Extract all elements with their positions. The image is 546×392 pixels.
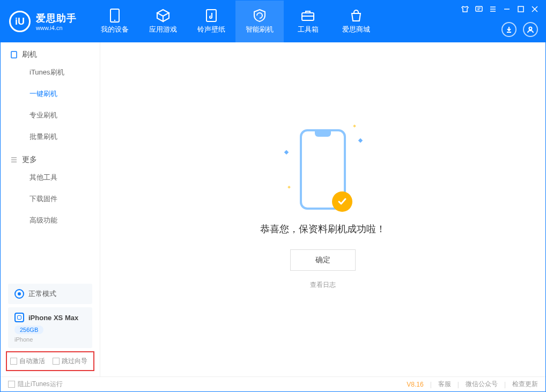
sparkle-icon <box>358 138 363 143</box>
version-label: V8.16 <box>407 381 423 388</box>
sidebar-item-batch-flash[interactable]: 批量刷机 <box>1 126 100 147</box>
window-controls <box>461 5 539 13</box>
tab-label: 智能刷机 <box>246 25 274 34</box>
maximize-button[interactable] <box>517 5 525 13</box>
bag-icon <box>349 9 363 23</box>
header: iU 爱思助手 www.i4.cn 我的设备 应用游戏 铃声壁纸 智能刷机 工具… <box>1 1 545 42</box>
nav-tabs: 我的设备 应用游戏 铃声壁纸 智能刷机 工具箱 爱思商城 <box>91 1 380 42</box>
checkbox-icon <box>10 358 17 365</box>
svg-rect-5 <box>476 6 482 11</box>
mode-label: 正常模式 <box>28 289 56 299</box>
main-content: 恭喜您，保资料刷机成功啦！ 确定 查看日志 <box>100 42 545 376</box>
sparkle-icon <box>284 150 289 154</box>
tab-my-device[interactable]: 我的设备 <box>91 1 139 42</box>
tab-store[interactable]: 爱思商城 <box>332 1 380 42</box>
footer-right: V8.16 | 客服 | 微信公众号 | 检查更新 <box>407 380 538 389</box>
phone-illustration <box>300 129 346 210</box>
svg-point-16 <box>529 27 532 30</box>
auto-activate-checkbox[interactable]: 自动激活 <box>10 357 45 366</box>
sidebar-item-other-tools[interactable]: 其他工具 <box>1 167 100 188</box>
checkbox-icon <box>53 358 60 365</box>
list-mini-icon <box>10 156 18 164</box>
success-message: 恭喜您，保资料刷机成功啦！ <box>260 223 386 235</box>
sidebar-item-download-firmware[interactable]: 下载固件 <box>1 188 100 210</box>
brand-url: www.i4.cn <box>36 25 77 31</box>
device-box[interactable]: iPhone XS Max 256GB iPhone <box>8 307 92 348</box>
svg-rect-12 <box>518 6 523 12</box>
device-small-icon <box>14 313 24 322</box>
sidebar-section-more: 更多 <box>1 147 100 167</box>
toolbox-icon <box>301 9 315 23</box>
phone-mini-icon <box>10 51 18 58</box>
svg-point-1 <box>114 20 115 21</box>
note-icon <box>204 9 218 23</box>
shield-icon <box>253 9 267 23</box>
tab-apps-games[interactable]: 应用游戏 <box>139 1 187 42</box>
tab-smart-flash[interactable]: 智能刷机 <box>235 1 284 42</box>
brand-name: 爱思助手 <box>36 12 77 25</box>
sparkle-icon <box>353 124 356 128</box>
sidebar-item-oneclick-flash[interactable]: 一键刷机 <box>1 83 100 105</box>
logo-text: 爱思助手 www.i4.cn <box>36 12 77 31</box>
menu-icon[interactable] <box>489 5 497 13</box>
tab-label: 应用游戏 <box>149 25 177 34</box>
tab-label: 铃声壁纸 <box>197 25 225 34</box>
sidebar-item-advanced[interactable]: 高级功能 <box>1 210 100 231</box>
section-title-text: 刷机 <box>22 50 37 60</box>
header-actions <box>501 22 538 37</box>
capacity-badge: 256GB <box>14 326 43 334</box>
tab-label: 我的设备 <box>101 25 129 34</box>
sidebar-section-flash: 刷机 <box>1 42 100 62</box>
sparkle-icon <box>287 186 291 189</box>
shirt-icon[interactable] <box>461 5 469 13</box>
success-check-icon <box>332 191 352 212</box>
customer-service-link[interactable]: 客服 <box>438 380 451 389</box>
ok-button[interactable]: 确定 <box>290 249 356 271</box>
checkbox-label: 自动激活 <box>19 357 45 366</box>
checkbox-label: 阻止iTunes运行 <box>18 380 63 389</box>
logo-area[interactable]: iU 爱思助手 www.i4.cn <box>1 11 85 32</box>
block-itunes-checkbox[interactable]: 阻止iTunes运行 <box>8 380 63 389</box>
user-button[interactable] <box>523 22 538 37</box>
mode-box[interactable]: 正常模式 <box>8 284 92 304</box>
download-button[interactable] <box>501 22 517 37</box>
mode-indicator-icon <box>14 289 24 299</box>
tab-label: 工具箱 <box>298 25 319 34</box>
body: 刷机 iTunes刷机 一键刷机 专业刷机 批量刷机 更多 其他工具 下载固件 … <box>1 42 545 376</box>
checkbox-icon <box>8 381 15 388</box>
device-name: iPhone XS Max <box>28 314 78 322</box>
feedback-icon[interactable] <box>475 5 483 13</box>
check-update-link[interactable]: 检查更新 <box>512 380 538 389</box>
tab-label: 爱思商城 <box>342 25 370 34</box>
wechat-link[interactable]: 微信公众号 <box>466 380 498 389</box>
minimize-button[interactable] <box>503 5 511 13</box>
sidebar: 刷机 iTunes刷机 一键刷机 专业刷机 批量刷机 更多 其他工具 下载固件 … <box>1 42 100 376</box>
checkbox-label: 跳过向导 <box>62 357 87 366</box>
footer: 阻止iTunes运行 V8.16 | 客服 | 微信公众号 | 检查更新 <box>1 376 545 391</box>
tab-ringtone-wallpaper[interactable]: 铃声壁纸 <box>187 1 235 42</box>
device-type: iPhone <box>14 336 86 343</box>
view-log-link[interactable]: 查看日志 <box>310 280 336 290</box>
skip-guide-checkbox[interactable]: 跳过向导 <box>53 357 87 366</box>
sidebar-bottom: 正常模式 iPhone XS Max 256GB iPhone 自动激活 跳过向… <box>1 280 100 376</box>
svg-rect-17 <box>11 51 17 58</box>
sidebar-item-pro-flash[interactable]: 专业刷机 <box>1 105 100 126</box>
close-button[interactable] <box>530 5 539 13</box>
device-icon <box>108 9 122 23</box>
sidebar-item-itunes-flash[interactable]: iTunes刷机 <box>1 62 100 83</box>
cube-icon <box>156 9 170 23</box>
logo-icon: iU <box>9 11 31 32</box>
tab-toolbox[interactable]: 工具箱 <box>284 1 332 42</box>
section-title-text: 更多 <box>22 155 37 165</box>
checkbox-row-highlighted: 自动激活 跳过向导 <box>6 351 94 371</box>
